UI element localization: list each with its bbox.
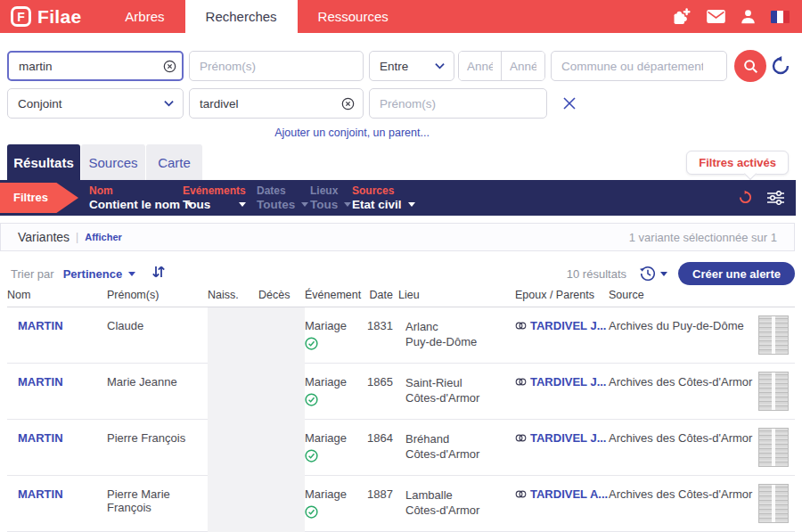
col-header-deces[interactable]: Décès [258,289,305,307]
filter-sources[interactable]: Sources Etat civil [352,184,415,212]
filter-nom[interactable]: Nom Contient le nom [89,184,193,212]
marriage-rings-icon [515,433,527,443]
history-icon [639,265,657,282]
year-range-fields [458,51,545,81]
result-last-name[interactable]: MARTIN [7,476,107,531]
main-nav: Arbres Recherches Ressources [104,0,408,33]
first-name-input[interactable] [189,51,364,81]
add-relative-link[interactable]: Ajouter un conjoint, un parent... [0,127,704,139]
search-button[interactable] [734,50,766,82]
year-from-input[interactable] [459,52,502,80]
filter-lieux[interactable]: Lieux Tous [310,184,351,212]
filter-dates[interactable]: Dates Toutes [257,184,308,212]
top-navigation-bar: F Filae Arbres Recherches Ressources [0,0,802,33]
col-header-prenoms[interactable]: Prénom(s) [107,289,208,307]
record-thumbnail[interactable] [758,315,789,355]
verified-check-icon [305,505,365,521]
caret-icon [239,202,246,207]
sort-by-label: Trier par [11,267,54,281]
variants-show-link[interactable]: Afficher [85,232,122,242]
table-row[interactable]: MARTIN Claude Mariage 1831 ArlancPuy-de-… [7,307,795,364]
results-table-header: Nom Prénom(s) Naiss. Décès Événement Dat… [7,289,795,307]
nav-item-ressources[interactable]: Ressources [298,0,409,33]
verified-check-icon [305,337,365,353]
result-spouse-link[interactable]: TARDIVEL A... [515,476,609,531]
result-date: 1865 [365,364,398,419]
table-row[interactable]: MARTIN Marie Jeanne Mariage 1865 Saint-R… [7,364,795,420]
verified-check-icon [305,449,365,465]
table-row[interactable]: MARTIN Pierre Marie François Mariage 188… [7,476,795,532]
result-last-name[interactable]: MARTIN [7,307,107,363]
sliders-icon[interactable] [767,191,784,205]
result-first-names: Claude [107,307,208,363]
record-thumbnail[interactable] [758,484,789,523]
marriage-rings-icon [515,321,527,331]
col-header-evenement[interactable]: Événement [305,289,365,307]
last-name-input[interactable] [7,51,184,81]
tab-carte[interactable]: Carte [146,144,202,180]
result-event-type: Mariage [305,375,347,389]
period-select[interactable]: Entre [369,51,454,81]
result-spouse-link[interactable]: TARDIVEL J... [515,307,609,363]
empty-columns-shading [208,307,305,532]
chevron-down-icon [164,100,174,107]
refresh-filters-icon[interactable] [738,190,753,205]
results-table-body: MARTIN Claude Mariage 1831 ArlancPuy-de-… [7,307,795,532]
result-source: Archives des Côtes-d'Armor [609,420,753,475]
reset-search-button[interactable] [770,55,791,77]
result-date: 1864 [365,420,398,475]
result-place: BréhandCôtes-d'Armor [398,420,515,475]
table-row[interactable]: MARTIN Pierre François Mariage 1864 Bréh… [7,420,795,476]
marriage-rings-icon [515,489,527,499]
nav-item-arbres[interactable]: Arbres [104,0,184,33]
results-count: 10 résultats [567,267,626,281]
nav-item-recherches[interactable]: Recherches [185,0,298,33]
search-icon [743,59,758,74]
sort-select[interactable]: Pertinence [63,267,135,281]
search-history-control[interactable] [639,265,667,282]
relation-first-name-input[interactable] [369,88,547,119]
result-spouse-link[interactable]: TARDIVEL J... [515,364,609,419]
tab-sources[interactable]: Sources [81,144,145,180]
relation-select[interactable]: Conjoint [7,88,184,119]
account-icon[interactable] [741,9,756,24]
result-place: Saint-RieulCôtes-d'Armor [398,364,515,419]
addon-puzzle-icon[interactable] [671,7,692,27]
remove-relation-icon[interactable] [563,97,576,110]
clear-relation-last-name-icon[interactable] [341,97,355,110]
result-event-type: Mariage [305,319,347,332]
mail-icon[interactable] [707,10,725,23]
clear-last-name-icon[interactable] [163,60,176,73]
col-header-nom[interactable]: Nom [7,289,107,307]
col-header-source[interactable]: Source [609,289,753,307]
year-to-input[interactable] [502,52,544,80]
sort-direction-icon[interactable] [151,265,166,282]
variants-label: Variantes [18,230,70,244]
col-header-epoux-parents[interactable]: Epoux / Parents [515,289,609,307]
col-header-naissance[interactable]: Naiss. [208,289,258,307]
col-header-lieu[interactable]: Lieu [398,289,515,307]
result-last-name[interactable]: MARTIN [7,364,107,419]
reset-icon [770,55,791,77]
create-alert-button[interactable]: Créer une alerte [678,262,795,285]
caret-icon [128,272,135,276]
result-spouse-link[interactable]: TARDIVEL J... [515,420,609,475]
place-input[interactable] [551,51,727,81]
tab-resultats[interactable]: Résultats [7,144,80,180]
variants-panel: Variantes | Afficher 1 variante sélectio… [0,223,795,251]
marriage-rings-icon [515,377,527,387]
filae-logo[interactable]: F Filae [0,0,95,33]
filters-ribbon: Filtres [0,183,78,213]
result-first-names: Pierre François [107,420,208,475]
caret-icon [660,272,667,276]
record-thumbnail[interactable] [758,372,789,411]
relation-last-name-input[interactable] [189,88,364,119]
record-thumbnail[interactable] [758,428,789,467]
col-header-date[interactable]: Date [365,289,398,307]
filter-evenements[interactable]: Evénements Tous [183,184,246,212]
result-source: Archives des Côtes-d'Armor [609,364,753,419]
result-event-type: Mariage [305,431,347,445]
language-flag-france-icon[interactable] [771,11,790,23]
variants-status: 1 variante sélectionnée sur 1 [629,231,777,244]
result-last-name[interactable]: MARTIN [7,420,107,475]
